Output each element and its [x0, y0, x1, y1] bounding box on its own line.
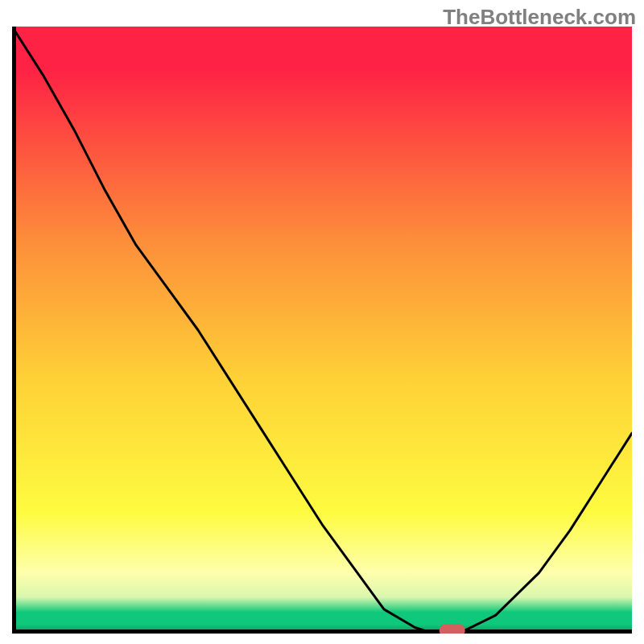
svg-rect-2 [12, 630, 632, 634]
svg-rect-3 [440, 624, 465, 634]
chart-container: TheBottleneck.com [0, 0, 644, 644]
svg-rect-0 [12, 27, 632, 634]
plot-area [12, 27, 632, 634]
svg-rect-1 [12, 27, 16, 634]
chart-svg [12, 27, 632, 634]
